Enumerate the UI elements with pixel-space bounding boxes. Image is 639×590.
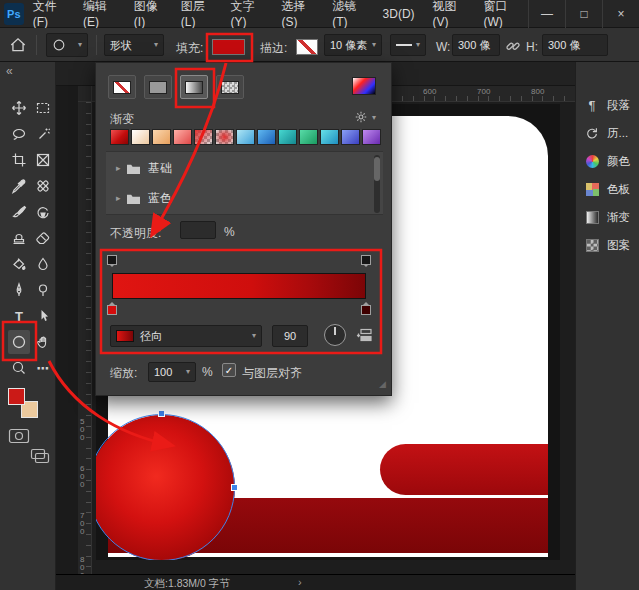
menu-item-image[interactable]: 图像(I) [125,0,172,28]
tool-blur[interactable] [32,252,54,276]
menu-item-select[interactable]: 选择(S) [272,0,323,28]
opacity-stop-left[interactable] [107,255,117,265]
gradient-angle-field[interactable]: 90 [272,325,308,347]
shape-height-field[interactable]: 300 像 [542,34,608,56]
gear-icon[interactable] [354,110,368,124]
quick-mask-button[interactable] [8,428,30,444]
gradient-preset[interactable] [299,129,318,145]
close-button[interactable]: × [602,0,639,28]
gradient-preset[interactable] [215,129,234,145]
link-dimensions-icon[interactable] [505,38,521,54]
tool-hand[interactable] [32,330,54,354]
scale-select[interactable]: 100 ▾ [148,362,196,382]
fill-type-solid-button[interactable] [144,75,172,99]
angle-dial[interactable] [324,324,346,346]
fill-type-gradient-button[interactable] [180,75,208,99]
gradient-preset[interactable] [152,129,171,145]
menu-item-view[interactable]: 视图(V) [424,0,475,28]
tool-dodge[interactable] [32,278,54,302]
gradient-preset[interactable] [131,129,150,145]
tool-mode-select[interactable]: 形状 ▾ [104,34,164,56]
foreground-color-swatch[interactable] [8,388,25,405]
tool-pen[interactable] [8,278,30,302]
collapse-panel-button[interactable]: « [6,64,13,78]
tool-crop[interactable] [8,148,30,172]
opacity-field[interactable] [180,221,216,239]
shape-handle-right[interactable] [231,484,238,491]
menu-item-edit[interactable]: 编辑(E) [74,0,125,28]
resize-grip-icon[interactable]: ◢ [379,379,386,389]
panel-tab-paragraph[interactable]: ¶ 段落 [580,92,638,118]
scrollbar[interactable] [374,155,380,213]
tool-path-select[interactable] [32,304,54,328]
menu-item-type[interactable]: 文字(Y) [222,0,273,28]
shape-handle-top[interactable] [158,410,165,417]
panel-tab-swatches[interactable]: 色板 [580,176,638,202]
menu-item-3d[interactable]: 3D(D) [374,0,424,28]
photoshop-logo-icon[interactable]: Ps [4,3,24,25]
fill-type-none-button[interactable] [108,75,136,99]
tool-move[interactable] [8,96,30,120]
gradient-preset[interactable] [320,129,339,145]
tool-eraser[interactable] [32,226,54,250]
gradient-preset-fill [279,130,296,144]
shape-width-field[interactable]: 300 像 [452,34,500,56]
expand-chevron-icon[interactable]: ▸ [116,163,126,173]
menu-item-filter[interactable]: 滤镜(T) [323,0,373,28]
reverse-gradient-icon[interactable] [356,326,374,344]
minimize-button[interactable]: — [528,0,565,28]
tool-healing-brush[interactable] [32,174,54,198]
color-stop-right[interactable] [361,305,371,315]
fill-type-pattern-button[interactable] [216,75,244,99]
stroke-width-field[interactable]: 10 像素 ▾ [324,34,382,56]
menu-item-layer[interactable]: 图层(L) [172,0,222,28]
menu-item-window[interactable]: 窗口(W) [474,0,528,28]
tool-frame[interactable] [32,148,54,172]
gradient-preset[interactable] [173,129,192,145]
tool-quick-select[interactable] [32,122,54,146]
ruler-vertical[interactable]: 500 600 700 800 [78,102,92,574]
stroke-color-swatch[interactable] [296,39,318,55]
gradient-preset[interactable] [362,129,381,145]
screen-mode-button[interactable] [30,448,50,464]
tool-paint-bucket[interactable] [8,252,30,276]
gradient-preset[interactable] [341,129,360,145]
gradient-editor-bar[interactable] [112,273,366,299]
tool-brush[interactable] [8,200,30,224]
maximize-button[interactable]: □ [565,0,602,28]
color-picker-swatch[interactable] [352,77,376,95]
panel-tab-pattern[interactable]: 图案 [580,232,638,258]
tool-preset-picker[interactable]: ▾ [46,33,88,57]
gradient-preset-fill [342,130,359,144]
gradient-group-blues[interactable]: ▸ 蓝色 [106,184,383,212]
gradient-preset[interactable] [110,129,129,145]
menu-item-file[interactable]: 文件(F) [24,0,74,28]
gradient-group-basics[interactable]: ▸ 基础 [106,154,383,182]
panel-tab-color[interactable]: 颜色 [580,148,638,174]
tool-more[interactable]: ⋯ [32,356,54,380]
tool-eyedropper[interactable] [8,174,30,198]
fill-color-swatch[interactable] [212,39,245,55]
tool-ellipse[interactable] [8,330,30,354]
gradient-preset[interactable] [257,129,276,145]
panel-tab-gradient[interactable]: 渐变 [580,204,638,230]
status-expand-chevron-icon[interactable]: › [298,576,302,588]
home-icon[interactable] [9,36,27,54]
gradient-preset[interactable] [194,129,213,145]
tool-clone-stamp[interactable] [8,226,30,250]
tool-zoom[interactable] [8,356,30,380]
gradient-style-select[interactable]: 径向 ▾ [110,325,262,347]
panel-tab-history[interactable]: 历... [580,120,638,146]
color-stop-left[interactable] [107,305,117,315]
tool-lasso[interactable] [8,122,30,146]
tool-marquee[interactable] [32,96,54,120]
align-with-layer-checkbox[interactable]: ✓ [222,363,236,377]
expand-chevron-icon[interactable]: ▸ [116,193,126,203]
opacity-stop-right[interactable] [361,255,371,265]
tool-type[interactable]: T [8,304,30,328]
scrollbar-thumb[interactable] [374,157,380,181]
tool-history-brush[interactable] [32,200,54,224]
stroke-style-select[interactable]: ▾ [390,34,426,56]
gradient-preset[interactable] [236,129,255,145]
gradient-preset[interactable] [278,129,297,145]
